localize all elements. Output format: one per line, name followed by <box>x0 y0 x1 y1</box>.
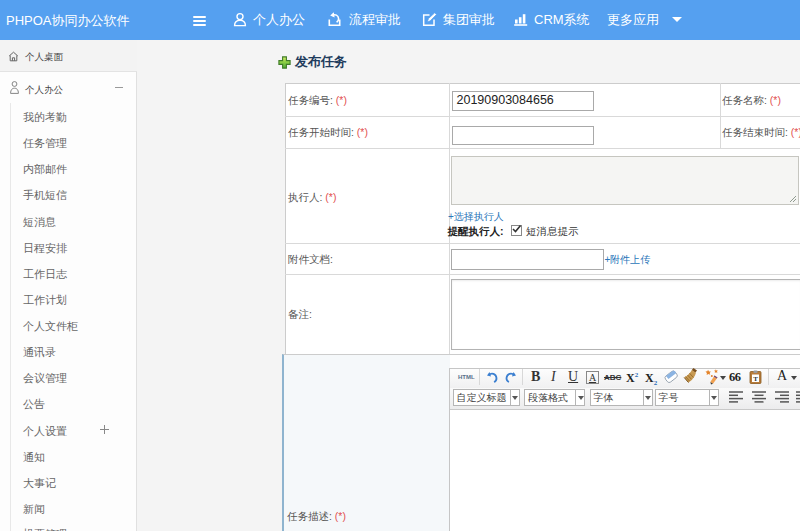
svg-text:T: T <box>753 375 758 383</box>
